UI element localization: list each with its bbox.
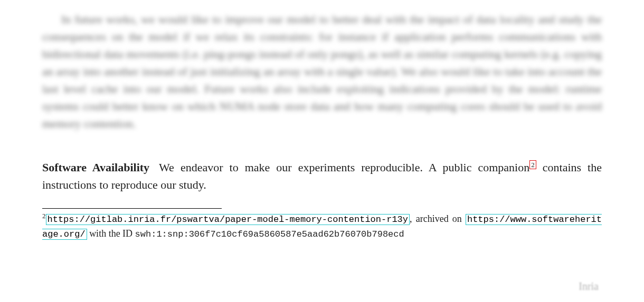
footnote-text-tail-prefix: with the ID	[87, 228, 135, 239]
footnote: 2https://gitlab.inria.fr/pswartva/paper-…	[42, 212, 602, 242]
footnote-ref[interactable]: 2	[529, 160, 536, 169]
page-content: In future works, we would like to improv…	[0, 0, 644, 302]
footnote-swhid: swh:1:snp:306f7c10cf69a5860587e5aad62b76…	[135, 229, 404, 239]
software-availability-section: Software AvailabilityWe endeavor to make…	[42, 159, 602, 193]
publisher-mark: Inria	[579, 280, 599, 293]
footnote-text-middle: , archived on	[410, 213, 466, 224]
section-heading: Software Availability	[42, 161, 149, 174]
footnote-separator	[42, 208, 222, 209]
section-body-pre: We endeavor to make our experiments repr…	[159, 161, 529, 174]
footnote-number: 2	[42, 212, 46, 220]
footnote-url-gitlab[interactable]: https://gitlab.inria.fr/pswartva/paper-m…	[46, 214, 410, 225]
blurred-paragraph: In future works, we would like to improv…	[42, 11, 602, 132]
